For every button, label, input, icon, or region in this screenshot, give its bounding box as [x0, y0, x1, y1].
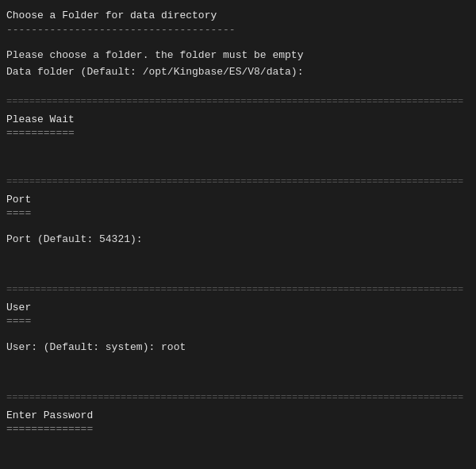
user-underline: ====	[6, 315, 470, 329]
divider-4: ========================================…	[6, 391, 470, 405]
divider-1: ========================================…	[6, 95, 470, 109]
user-title: User	[6, 300, 470, 316]
user-section: ========================================…	[6, 274, 470, 382]
choose-folder-line2: Data folder (Default: /opt/Kingbase/ES/V…	[6, 64, 470, 81]
please-wait-underline: ===========	[6, 127, 470, 140]
port-title: Port	[6, 192, 470, 208]
please-wait-title: Please Wait	[6, 112, 470, 128]
choose-folder-section: Choose a Folder for data directory -----…	[6, 5, 470, 86]
enter-password-section: ========================================…	[6, 382, 470, 440]
please-wait-section: ========================================…	[6, 86, 470, 166]
terminal-window: Choose a Folder for data directory -----…	[0, 0, 476, 469]
port-section: ========================================…	[6, 166, 470, 274]
user-line1: User: (Default: system): root	[6, 340, 470, 356]
port-underline: ====	[6, 207, 470, 221]
choose-folder-underline: -------------------------------------	[6, 24, 470, 37]
divider-3: ========================================…	[6, 283, 470, 297]
divider-2: ========================================…	[6, 175, 470, 189]
choose-folder-line1: Please choose a folder. the folder must …	[6, 48, 470, 64]
choose-folder-title: Choose a Folder for data directory	[6, 8, 470, 24]
enter-password-title: Enter Password	[6, 408, 470, 424]
enter-password-underline: ==============	[6, 423, 470, 436]
port-line1: Port (Default: 54321):	[6, 232, 470, 248]
